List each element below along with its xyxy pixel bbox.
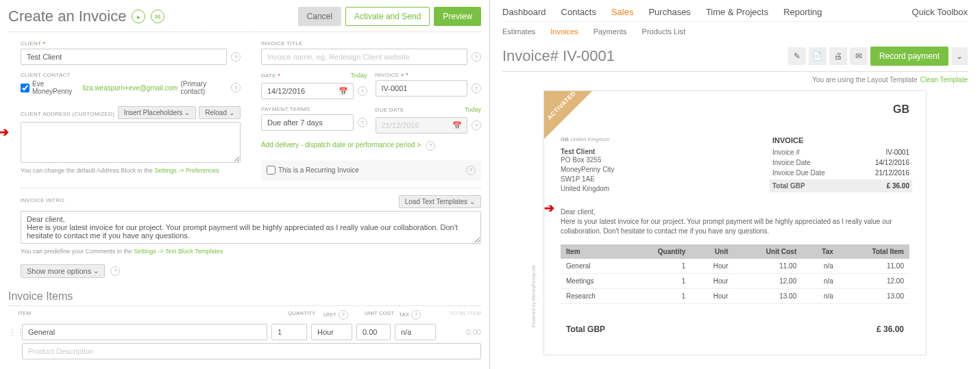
recurring-checkbox[interactable] xyxy=(267,166,275,175)
tax-select[interactable]: n/a xyxy=(395,324,436,340)
video-icon[interactable]: ▸ xyxy=(132,10,145,23)
inv-addr-line: PO Box 3255 xyxy=(561,155,614,165)
invoice-no-input[interactable] xyxy=(376,80,468,97)
payment-terms-select[interactable]: Due after 7 days xyxy=(261,114,354,131)
help-icon[interactable]: ? xyxy=(110,266,120,276)
help-icon[interactable]: ? xyxy=(471,84,481,93)
contact-suffix: (Primary contact) xyxy=(180,80,227,95)
unit-select[interactable]: Hour xyxy=(311,324,352,340)
invoice-items-table: Item Quantity Unit Unit Cost Tax Total I… xyxy=(561,244,909,304)
template-link[interactable]: Clean Template xyxy=(920,76,968,84)
help-icon[interactable]: ? xyxy=(231,83,241,92)
help-icon[interactable]: ? xyxy=(358,86,367,96)
nav-time-projects[interactable]: Time & Projects xyxy=(706,7,768,17)
subnav-products[interactable]: Products List xyxy=(642,27,686,36)
client-label: Client xyxy=(21,40,241,47)
help-icon[interactable]: ? xyxy=(231,52,241,62)
th-qty: Quantity xyxy=(288,310,323,320)
drag-handle-icon[interactable]: ⋮⋮ xyxy=(8,327,18,337)
invoice-title: Invoice# IV-0001 xyxy=(502,47,615,65)
help-icon[interactable]: ? xyxy=(411,310,421,320)
gb-badge: GB xyxy=(893,103,909,116)
help-icon[interactable]: ? xyxy=(471,52,481,62)
help-icon[interactable]: ? xyxy=(471,120,481,130)
help-icon[interactable]: ? xyxy=(339,310,348,320)
add-delivery-link[interactable]: Add delivery - dispatch date or performa… xyxy=(261,141,421,149)
subnav-invoices[interactable]: Invoices xyxy=(550,27,578,36)
item-select[interactable]: General xyxy=(22,324,267,340)
unit-cost-input[interactable] xyxy=(356,324,391,340)
product-description-input[interactable] xyxy=(22,343,481,359)
qty-input[interactable] xyxy=(271,324,307,340)
client-contact-row: Eve MoneyPenny liza.weaspurn+eve@gmail.c… xyxy=(21,80,227,95)
inv-client-name: Test Client xyxy=(561,148,614,155)
reload-button[interactable]: Reload xyxy=(199,106,241,119)
date-label: Date xyxy=(261,73,280,79)
invoice-title-label: Invoice Title xyxy=(261,40,481,47)
text-block-templates-link[interactable]: Settings -> Text Block Templates xyxy=(134,248,223,255)
due-date-label: Due Date xyxy=(376,107,404,113)
th-ucost: Unit Cost xyxy=(734,244,803,259)
insert-placeholders-button[interactable]: Insert Placeholders xyxy=(118,106,197,119)
client-address-textarea[interactable] xyxy=(21,122,241,163)
table-row: Meetings1Hour12.00n/a12.00 xyxy=(561,274,909,289)
invoice-intro-textarea[interactable]: Dear client, Here is your latest invoice… xyxy=(21,211,481,244)
address-hint-pre: You can change the default Address Block… xyxy=(21,167,154,174)
cancel-button[interactable]: Cancel xyxy=(298,7,341,26)
th-item: Item xyxy=(561,244,627,259)
contact-checkbox[interactable] xyxy=(21,84,29,92)
page-title: Create an Invoice xyxy=(8,8,126,25)
client-contact-label: Client Contact xyxy=(21,72,241,78)
chat-icon[interactable]: ✉ xyxy=(151,10,164,23)
help-icon[interactable]: ? xyxy=(466,166,476,175)
th-total: Total Item xyxy=(440,310,481,320)
subnav-payments[interactable]: Payments xyxy=(593,27,627,36)
invoice-intro-label: Invoice Intro xyxy=(21,197,64,203)
invoice-no-label: Invoice # xyxy=(376,72,482,78)
edit-icon[interactable]: ✎ xyxy=(788,47,806,65)
load-text-templates-button[interactable]: Load Text Templates xyxy=(399,195,481,208)
nav-dashboard[interactable]: Dashboard xyxy=(502,7,546,17)
nav-sales[interactable]: Sales xyxy=(611,7,634,17)
th-item: Item xyxy=(18,310,288,320)
subnav-estimates[interactable]: Estimates xyxy=(502,27,535,36)
client-address-label: Client Address (Customized) xyxy=(21,111,114,117)
quick-toolbox-link[interactable]: Quick Toolbox xyxy=(912,7,968,17)
th-unit: Unit xyxy=(691,244,733,259)
contact-email[interactable]: liza.weaspurn+eve@gmail.com xyxy=(83,84,178,92)
activate-send-button[interactable]: Activate and Send xyxy=(345,7,430,26)
print-icon[interactable]: 🖨 xyxy=(829,47,847,65)
th-unit-cost: Unit Cost xyxy=(365,310,399,320)
nav-contacts[interactable]: Contacts xyxy=(561,7,596,17)
record-payment-button[interactable]: Record payment xyxy=(870,47,948,66)
client-select[interactable]: Test Client xyxy=(21,49,227,65)
invoice-message: Dear client, Here is your latest invoice… xyxy=(561,207,909,236)
pdf-icon[interactable]: 📄 xyxy=(809,47,826,65)
nav-reporting[interactable]: Reporting xyxy=(783,7,822,17)
template-note-text: You are using the Layout Template xyxy=(812,76,917,84)
inv-addr-line: United Kingdom xyxy=(561,184,614,194)
preview-button[interactable]: Preview xyxy=(434,7,481,26)
show-more-options-button[interactable]: Show more options xyxy=(21,264,105,278)
th-tax: Tax xyxy=(399,311,409,318)
more-actions-dropdown[interactable]: ⌄ xyxy=(951,47,968,65)
nav-purchases[interactable]: Purchases xyxy=(648,7,690,17)
email-icon[interactable]: ✉ xyxy=(850,47,868,65)
calendar-icon[interactable]: 📅 xyxy=(339,87,348,96)
today-link[interactable]: Today xyxy=(350,72,367,79)
today-link[interactable]: Today xyxy=(465,106,481,113)
settings-preferences-link[interactable]: Settings -> Preferences xyxy=(154,167,219,174)
invoice-title-input[interactable] xyxy=(261,49,467,65)
pointer-arrow-left: ➔ xyxy=(0,125,9,140)
help-icon[interactable]: ? xyxy=(358,118,367,127)
pointer-arrow-right: ➔ xyxy=(544,201,554,216)
table-row: General1Hour11.00n/a11.00 xyxy=(561,259,909,274)
invoice-grand-total: Total GBP £ 36.00 xyxy=(561,325,909,334)
inv-addr-line: SW1P 1AE xyxy=(561,175,614,184)
th-unit: Unit xyxy=(323,311,336,318)
contact-name: Eve MoneyPenny xyxy=(32,80,80,95)
powered-by: Powered by MoneyPenny.me xyxy=(531,265,536,327)
invoice-client-block: GB United Kingdom Test Client PO Box 325… xyxy=(561,136,614,194)
help-icon[interactable]: ? xyxy=(426,141,435,151)
th-tax: Tax xyxy=(802,244,839,259)
